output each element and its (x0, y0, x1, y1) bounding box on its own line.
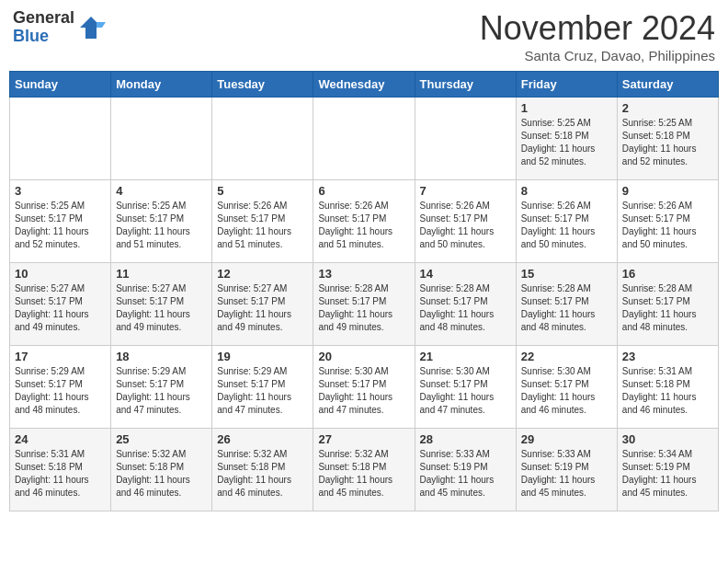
day-number: 4 (116, 184, 207, 198)
day-info: Sunrise: 5:26 AM Sunset: 5:17 PM Dayligh… (521, 200, 612, 251)
calendar-cell: 5Sunrise: 5:26 AM Sunset: 5:17 PM Daylig… (212, 180, 313, 263)
day-info: Sunrise: 5:30 AM Sunset: 5:17 PM Dayligh… (521, 365, 612, 417)
svg-marker-1 (97, 22, 106, 28)
day-number: 17 (15, 350, 106, 363)
calendar-cell: 30Sunrise: 5:34 AM Sunset: 5:19 PM Dayli… (617, 429, 718, 511)
day-number: 16 (622, 267, 713, 281)
day-number: 19 (217, 350, 308, 363)
calendar-cell: 7Sunrise: 5:26 AM Sunset: 5:17 PM Daylig… (415, 180, 516, 263)
calendar-cell: 4Sunrise: 5:25 AM Sunset: 5:17 PM Daylig… (111, 180, 212, 263)
logo-general-text: General (13, 9, 74, 28)
day-number: 21 (420, 350, 511, 363)
day-number: 25 (116, 432, 207, 446)
day-number: 24 (15, 432, 106, 446)
day-info: Sunrise: 5:25 AM Sunset: 5:18 PM Dayligh… (521, 117, 612, 168)
header-thursday: Thursday (415, 72, 516, 98)
day-number: 11 (116, 267, 207, 281)
calendar-cell: 16Sunrise: 5:28 AM Sunset: 5:17 PM Dayli… (617, 263, 718, 346)
calendar-cell: 9Sunrise: 5:26 AM Sunset: 5:17 PM Daylig… (617, 180, 718, 263)
day-info: Sunrise: 5:29 AM Sunset: 5:17 PM Dayligh… (217, 365, 308, 417)
header-wednesday: Wednesday (313, 72, 415, 98)
calendar-cell: 19Sunrise: 5:29 AM Sunset: 5:17 PM Dayli… (212, 346, 313, 429)
calendar-cell: 25Sunrise: 5:32 AM Sunset: 5:18 PM Dayli… (111, 429, 212, 511)
day-number: 6 (318, 184, 409, 198)
calendar-cell: 17Sunrise: 5:29 AM Sunset: 5:17 PM Dayli… (10, 346, 111, 429)
calendar-cell: 18Sunrise: 5:29 AM Sunset: 5:17 PM Dayli… (111, 346, 212, 429)
calendar-cell (10, 98, 111, 180)
calendar-cell (313, 98, 415, 180)
day-number: 29 (521, 432, 612, 446)
day-info: Sunrise: 5:30 AM Sunset: 5:17 PM Dayligh… (318, 365, 409, 417)
day-number: 5 (217, 184, 308, 198)
day-info: Sunrise: 5:32 AM Sunset: 5:18 PM Dayligh… (217, 448, 308, 500)
calendar-cell (111, 98, 212, 180)
day-info: Sunrise: 5:26 AM Sunset: 5:17 PM Dayligh… (622, 200, 713, 251)
day-number: 8 (521, 184, 612, 198)
page-header: General Blue November 2024 Santa Cruz, D… (9, 9, 719, 63)
day-info: Sunrise: 5:28 AM Sunset: 5:17 PM Dayligh… (318, 282, 409, 334)
header-friday: Friday (516, 72, 617, 98)
day-number: 20 (318, 350, 409, 363)
calendar-cell: 8Sunrise: 5:26 AM Sunset: 5:17 PM Daylig… (516, 180, 617, 263)
calendar-cell: 15Sunrise: 5:28 AM Sunset: 5:17 PM Dayli… (516, 263, 617, 346)
header-sunday: Sunday (10, 72, 111, 98)
calendar-cell: 10Sunrise: 5:27 AM Sunset: 5:17 PM Dayli… (10, 263, 111, 346)
header-tuesday: Tuesday (212, 72, 313, 98)
day-info: Sunrise: 5:25 AM Sunset: 5:18 PM Dayligh… (622, 117, 713, 168)
calendar-table: SundayMondayTuesdayWednesdayThursdayFrid… (9, 71, 719, 511)
day-info: Sunrise: 5:31 AM Sunset: 5:18 PM Dayligh… (15, 448, 106, 500)
day-number: 18 (116, 350, 207, 363)
title-block: November 2024 Santa Cruz, Davao, Philipp… (480, 9, 715, 63)
calendar-cell: 29Sunrise: 5:33 AM Sunset: 5:19 PM Dayli… (516, 429, 617, 511)
calendar-cell: 11Sunrise: 5:27 AM Sunset: 5:17 PM Dayli… (111, 263, 212, 346)
day-info: Sunrise: 5:26 AM Sunset: 5:17 PM Dayligh… (217, 200, 308, 251)
day-info: Sunrise: 5:28 AM Sunset: 5:17 PM Dayligh… (420, 282, 511, 334)
day-number: 23 (622, 350, 713, 363)
calendar-cell: 6Sunrise: 5:26 AM Sunset: 5:17 PM Daylig… (313, 180, 415, 263)
month-title: November 2024 (480, 9, 715, 48)
day-number: 28 (420, 432, 511, 446)
day-info: Sunrise: 5:27 AM Sunset: 5:17 PM Dayligh… (116, 282, 207, 334)
calendar-cell: 12Sunrise: 5:27 AM Sunset: 5:17 PM Dayli… (212, 263, 313, 346)
day-number: 27 (318, 432, 409, 446)
day-info: Sunrise: 5:32 AM Sunset: 5:18 PM Dayligh… (116, 448, 207, 500)
calendar-cell: 1Sunrise: 5:25 AM Sunset: 5:18 PM Daylig… (516, 98, 617, 180)
logo: General Blue (13, 9, 106, 46)
calendar-cell: 28Sunrise: 5:33 AM Sunset: 5:19 PM Dayli… (415, 429, 516, 511)
day-info: Sunrise: 5:27 AM Sunset: 5:17 PM Dayligh… (217, 282, 308, 334)
day-number: 30 (622, 432, 713, 446)
logo-icon (76, 13, 106, 42)
day-info: Sunrise: 5:27 AM Sunset: 5:17 PM Dayligh… (15, 282, 106, 334)
calendar-week-row: 17Sunrise: 5:29 AM Sunset: 5:17 PM Dayli… (10, 346, 719, 429)
day-number: 3 (15, 184, 106, 198)
day-number: 9 (622, 184, 713, 198)
calendar-week-row: 1Sunrise: 5:25 AM Sunset: 5:18 PM Daylig… (10, 98, 719, 180)
day-info: Sunrise: 5:33 AM Sunset: 5:19 PM Dayligh… (420, 448, 511, 500)
day-info: Sunrise: 5:26 AM Sunset: 5:17 PM Dayligh… (318, 200, 409, 251)
day-info: Sunrise: 5:30 AM Sunset: 5:17 PM Dayligh… (420, 365, 511, 417)
day-info: Sunrise: 5:25 AM Sunset: 5:17 PM Dayligh… (15, 200, 106, 251)
day-info: Sunrise: 5:34 AM Sunset: 5:19 PM Dayligh… (622, 448, 713, 500)
day-info: Sunrise: 5:25 AM Sunset: 5:17 PM Dayligh… (116, 200, 207, 251)
day-number: 22 (521, 350, 612, 363)
header-monday: Monday (111, 72, 212, 98)
calendar-cell: 3Sunrise: 5:25 AM Sunset: 5:17 PM Daylig… (10, 180, 111, 263)
calendar-cell (212, 98, 313, 180)
day-number: 15 (521, 267, 612, 281)
day-number: 1 (521, 101, 612, 115)
day-info: Sunrise: 5:31 AM Sunset: 5:18 PM Dayligh… (622, 365, 713, 417)
calendar-cell: 20Sunrise: 5:30 AM Sunset: 5:17 PM Dayli… (313, 346, 415, 429)
calendar-header-row: SundayMondayTuesdayWednesdayThursdayFrid… (10, 72, 719, 98)
day-number: 7 (420, 184, 511, 198)
day-number: 13 (318, 267, 409, 281)
day-number: 10 (15, 267, 106, 281)
header-saturday: Saturday (617, 72, 718, 98)
day-info: Sunrise: 5:28 AM Sunset: 5:17 PM Dayligh… (521, 282, 612, 334)
day-info: Sunrise: 5:32 AM Sunset: 5:18 PM Dayligh… (318, 448, 409, 500)
day-info: Sunrise: 5:33 AM Sunset: 5:19 PM Dayligh… (521, 448, 612, 500)
calendar-cell: 21Sunrise: 5:30 AM Sunset: 5:17 PM Dayli… (415, 346, 516, 429)
day-number: 2 (622, 101, 713, 115)
calendar-week-row: 24Sunrise: 5:31 AM Sunset: 5:18 PM Dayli… (10, 429, 719, 511)
day-number: 26 (217, 432, 308, 446)
logo-blue-text: Blue (13, 28, 74, 46)
